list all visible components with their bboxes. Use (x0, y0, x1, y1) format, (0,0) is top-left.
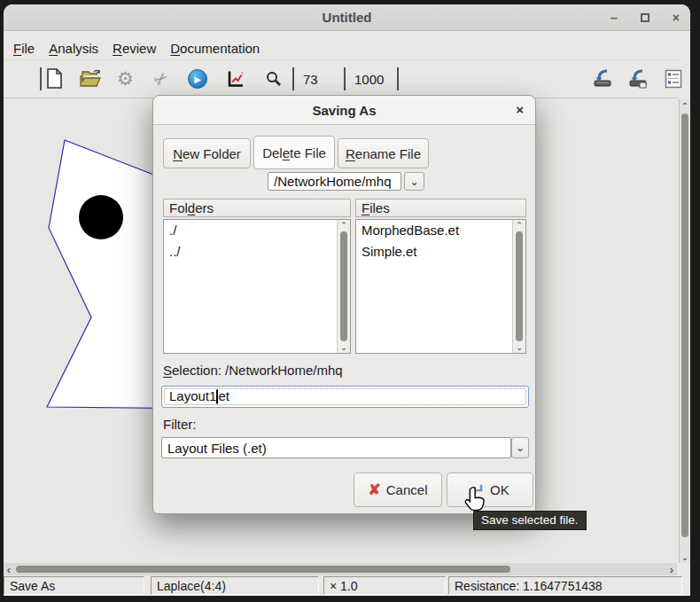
scroll-up-icon[interactable]: ⌃ (338, 220, 350, 231)
folders-header[interactable]: Folders (163, 199, 351, 217)
run-play-icon[interactable]: ▶ (188, 69, 207, 89)
rename-file-button[interactable]: Rename File (338, 138, 429, 168)
save-icon[interactable] (592, 69, 613, 89)
scroll-down-icon[interactable]: ⌄ (680, 551, 690, 563)
window-controls: – × (611, 4, 680, 31)
menubar: File Analysis Review Documentation (7, 36, 266, 59)
cancel-button[interactable]: ✘ Cancel (354, 473, 442, 507)
toolbar-separator (40, 67, 42, 90)
vertical-scrollbar-thumb[interactable] (681, 113, 688, 537)
filename-value-before-cursor: Layout1 (169, 388, 216, 403)
list-item-folder[interactable]: ../ (164, 241, 350, 262)
menu-file[interactable]: File (7, 38, 41, 59)
tooltip: Save selected file. (473, 511, 587, 530)
status-laplace: Laplace(4:4) (151, 576, 319, 595)
toolbar-separator (397, 67, 399, 90)
list-item-folder[interactable]: ./ (164, 220, 350, 241)
horizontal-scrollbar-thumb[interactable] (16, 566, 510, 573)
menu-documentation[interactable]: Documentation (164, 38, 266, 59)
statusbar: Save As Laplace(4:4) × 1.0 Resistance: 1… (4, 576, 690, 596)
scroll-up-icon[interactable]: ⌃ (680, 99, 690, 112)
selection-label: Selection: /NetworkHome/mhq (163, 363, 343, 378)
chevron-down-icon[interactable]: ⌄ (511, 437, 529, 458)
toolbar: ⚙ ✂ ▶ 73 1000 (4, 59, 679, 98)
chevron-down-icon[interactable]: ⌄ (404, 172, 424, 191)
save-as-icon[interactable] (627, 69, 649, 89)
toolbar-separator (292, 67, 294, 90)
scroll-up-icon[interactable]: ⌃ (513, 220, 525, 231)
filter-dropdown-value[interactable]: Layout Files (.et) (161, 437, 511, 458)
list-item-file[interactable]: Simple.et (356, 241, 525, 262)
maximize-icon[interactable] (641, 13, 649, 22)
scroll-down-icon[interactable]: ⌄ (338, 342, 350, 353)
files-header[interactable]: Files (355, 199, 526, 217)
toolbar-separator (344, 67, 346, 90)
delete-file-button[interactable]: Delete File (253, 136, 335, 169)
scroll-right-icon[interactable]: › (666, 563, 677, 575)
files-list-scrollbar[interactable]: ⌃ ⌄ (512, 220, 525, 353)
vertical-scrollbar[interactable]: ⌃ ⌄ (679, 99, 690, 563)
path-dropdown-value[interactable]: /NetworkHome/mhq (268, 172, 401, 191)
cut-scissors-icon[interactable]: ✂ (149, 66, 173, 91)
param-field-2[interactable]: 1000 (354, 72, 384, 87)
scroll-down-icon[interactable]: ⌄ (513, 342, 525, 353)
dialog-titlebar[interactable]: Saving As × (153, 96, 535, 125)
status-mode: Save As (4, 576, 144, 595)
menu-review[interactable]: Review (106, 38, 162, 59)
filter-label: Filter: (163, 417, 197, 432)
param-field-1[interactable]: 73 (303, 72, 318, 87)
dialog-close-icon[interactable]: × (516, 103, 524, 116)
report-icon[interactable] (665, 69, 682, 89)
new-folder-button[interactable]: New Folder (163, 138, 251, 168)
dialog-title: Saving As (313, 103, 377, 118)
plot-chart-icon[interactable] (227, 70, 245, 89)
status-resistance: Resistance: 1.1647751438 (448, 576, 682, 595)
saving-as-dialog: Saving As × New Folder Delete File Renam… (152, 95, 536, 514)
horizontal-scrollbar[interactable]: ‹ › (4, 563, 677, 575)
ok-enter-icon: ↵ (471, 480, 485, 500)
open-file-icon[interactable] (79, 68, 102, 90)
filename-input[interactable]: Layout1et (161, 386, 529, 408)
zoom-search-icon[interactable] (265, 70, 283, 88)
list-item-file[interactable]: MorphedBase.et (356, 220, 525, 241)
menu-analysis[interactable]: Analysis (43, 38, 105, 59)
settings-gear-icon[interactable]: ⚙ (117, 68, 134, 90)
folders-list[interactable]: ./ ../ ⌃ ⌄ (163, 219, 351, 354)
minimize-icon[interactable]: – (611, 12, 618, 24)
ok-button[interactable]: ↵ OK (447, 473, 533, 507)
scroll-left-icon[interactable]: ‹ (4, 563, 14, 575)
files-list[interactable]: MorphedBase.et Simple.et ⌃ ⌄ (355, 219, 526, 354)
new-document-icon[interactable] (45, 68, 63, 90)
titlebar[interactable]: Untitled – × (4, 4, 690, 31)
filename-value-after-cursor: et (218, 388, 229, 403)
cancel-x-icon: ✘ (369, 481, 381, 499)
files-scrollbar-thumb[interactable] (516, 231, 523, 341)
window-title: Untitled (4, 10, 690, 25)
folders-list-scrollbar[interactable]: ⌃ ⌄ (337, 220, 350, 353)
folders-scrollbar-thumb[interactable] (340, 231, 347, 341)
close-icon[interactable]: × (673, 12, 680, 24)
status-scale: × 1.0 (323, 576, 446, 595)
